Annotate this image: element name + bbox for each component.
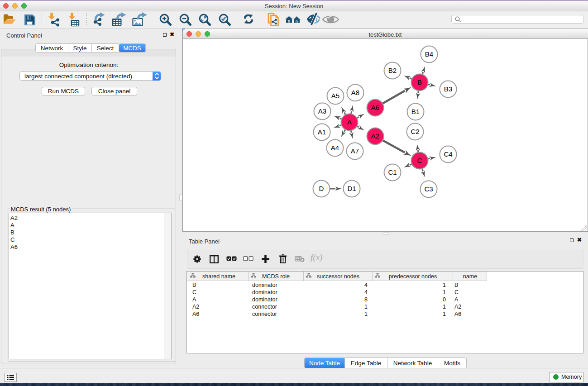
svg-text:A1: A1 — [318, 128, 326, 136]
svg-text:A2: A2 — [371, 132, 379, 140]
svg-text:C2: C2 — [411, 128, 419, 135]
svg-text:B3: B3 — [444, 85, 452, 93]
svg-text:D1: D1 — [347, 185, 356, 192]
svg-text:D: D — [319, 185, 324, 192]
svg-text:C4: C4 — [444, 150, 452, 158]
svg-text:A8: A8 — [351, 89, 359, 96]
svg-text:B2: B2 — [388, 67, 397, 74]
svg-text:B1: B1 — [411, 108, 420, 115]
svg-text:A4: A4 — [331, 144, 339, 152]
svg-text:B: B — [417, 78, 422, 86]
svg-text:A7: A7 — [351, 147, 359, 155]
svg-text:B4: B4 — [425, 50, 433, 58]
svg-text:C: C — [417, 157, 422, 164]
svg-text:A5: A5 — [331, 92, 339, 100]
svg-text:C3: C3 — [424, 185, 433, 193]
svg-text:C1: C1 — [388, 168, 397, 176]
svg-text:A: A — [347, 118, 352, 126]
svg-text:A6: A6 — [371, 104, 379, 111]
svg-text:A3: A3 — [318, 107, 326, 115]
